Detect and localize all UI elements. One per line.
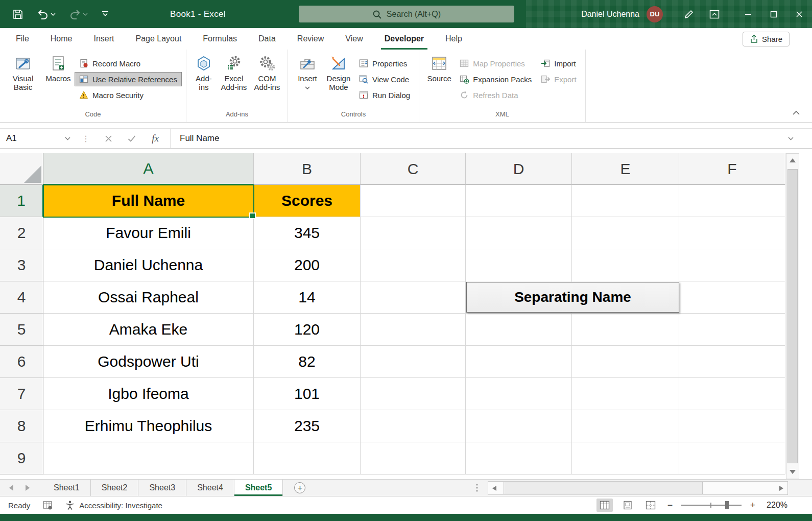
confirm-entry-button[interactable]: [120, 129, 144, 148]
formula-bar-resize-handle[interactable]: ⋮: [76, 134, 97, 144]
insert-control-button[interactable]: Insert: [292, 52, 323, 109]
scroll-down-button[interactable]: [786, 465, 799, 479]
cell[interactable]: [679, 346, 785, 378]
cell-B4[interactable]: 14: [254, 281, 361, 314]
properties-button[interactable]: Properties: [354, 56, 415, 70]
column-header-c[interactable]: C: [361, 153, 466, 185]
column-header-f[interactable]: F: [679, 153, 785, 185]
tab-data[interactable]: Data: [248, 28, 286, 50]
new-sheet-button[interactable]: +: [294, 482, 305, 493]
sheet-tab-sheet1[interactable]: Sheet1: [43, 480, 91, 496]
map-properties-button[interactable]: Map Properties: [455, 56, 536, 70]
chevron-down-icon[interactable]: [65, 137, 70, 140]
ribbon-display-options-button[interactable]: [702, 0, 727, 28]
page-layout-view-button[interactable]: [619, 499, 636, 512]
next-sheet-button[interactable]: [26, 485, 30, 491]
cell-B2[interactable]: 345: [254, 217, 361, 249]
horizontal-scroll-thumb[interactable]: [504, 482, 703, 494]
account-button[interactable]: Daniel Uchenna DU: [581, 6, 663, 22]
cell[interactable]: [466, 378, 572, 410]
scroll-right-button[interactable]: [775, 482, 787, 494]
cell[interactable]: [572, 410, 679, 442]
maximize-button[interactable]: [761, 0, 786, 28]
horizontal-scrollbar[interactable]: [488, 481, 788, 495]
cell[interactable]: [361, 442, 466, 475]
zoom-slider-thumb[interactable]: [725, 501, 729, 509]
zoom-level-label[interactable]: 220%: [764, 501, 787, 510]
export-button[interactable]: Export: [536, 72, 581, 86]
tab-developer[interactable]: Developer: [374, 28, 435, 50]
zoom-slider[interactable]: [681, 500, 742, 510]
cell[interactable]: [466, 442, 572, 475]
cell-A3[interactable]: Daniel Uchenna: [43, 249, 254, 281]
undo-button[interactable]: [37, 9, 56, 19]
user-avatar[interactable]: DU: [647, 6, 663, 22]
cell[interactable]: [572, 442, 679, 475]
customize-qat-button[interactable]: [102, 11, 109, 17]
cell-A7[interactable]: Igbo Ifeoma: [43, 378, 254, 410]
cell[interactable]: [361, 410, 466, 442]
cell[interactable]: [679, 442, 785, 475]
cell[interactable]: [572, 346, 679, 378]
use-relative-references-button[interactable]: Use Relative References: [75, 72, 182, 86]
cell[interactable]: [679, 217, 785, 249]
tab-scroll-splitter[interactable]: [476, 483, 478, 492]
macro-security-button[interactable]: Macro Security: [75, 88, 182, 102]
row-header-3[interactable]: 3: [0, 249, 43, 281]
cell[interactable]: [572, 314, 679, 346]
vertical-scroll-track[interactable]: [786, 167, 799, 465]
previous-sheet-button[interactable]: [9, 485, 13, 491]
vertical-scroll-thumb[interactable]: [787, 169, 798, 463]
visual-basic-button[interactable]: Visual Basic: [4, 52, 42, 109]
tab-insert[interactable]: Insert: [83, 28, 125, 50]
cell-B1[interactable]: Scores: [254, 185, 361, 217]
cell[interactable]: [679, 185, 785, 217]
row-header-2[interactable]: 2: [0, 217, 43, 249]
cell-A9[interactable]: [43, 442, 254, 475]
tab-formulas[interactable]: Formulas: [192, 28, 248, 50]
cell[interactable]: [466, 249, 572, 281]
cell-A6[interactable]: Godspower Uti: [43, 346, 254, 378]
tab-help[interactable]: Help: [435, 28, 473, 50]
row-header-9[interactable]: 9: [0, 442, 43, 475]
row-header-5[interactable]: 5: [0, 314, 43, 346]
cell-A8[interactable]: Erhimu Theophilus: [43, 410, 254, 442]
excel-add-ins-button[interactable]: Excel Add-ins: [217, 52, 251, 109]
row-header-8[interactable]: 8: [0, 410, 43, 442]
ink-pen-button[interactable]: [676, 0, 702, 28]
cell-A4[interactable]: Ossai Rapheal: [43, 281, 254, 314]
column-header-d[interactable]: D: [466, 153, 572, 185]
search-box[interactable]: Search (Alt+Q): [299, 6, 514, 22]
formula-input[interactable]: Full Name: [171, 133, 812, 144]
macros-button[interactable]: Macros: [42, 52, 75, 109]
row-header-4[interactable]: 4: [0, 281, 43, 314]
cell[interactable]: [679, 410, 785, 442]
import-button[interactable]: Import: [536, 56, 581, 70]
cell[interactable]: [679, 249, 785, 281]
cell-B8[interactable]: 235: [254, 410, 361, 442]
cell[interactable]: [466, 410, 572, 442]
cell-B9[interactable]: [254, 442, 361, 475]
row-header-1[interactable]: 1: [0, 185, 43, 217]
cell-B3[interactable]: 200: [254, 249, 361, 281]
cell[interactable]: [572, 185, 679, 217]
cell[interactable]: [361, 378, 466, 410]
insert-function-button[interactable]: fx: [144, 129, 167, 148]
select-all-corner[interactable]: [0, 153, 43, 185]
column-header-e[interactable]: E: [572, 153, 679, 185]
design-mode-button[interactable]: Design Mode: [323, 52, 354, 109]
view-code-button[interactable]: View Code: [354, 72, 415, 86]
cell-B7[interactable]: 101: [254, 378, 361, 410]
sheet-tab-sheet2[interactable]: Sheet2: [91, 480, 139, 496]
separating-name-button[interactable]: Separating Name: [466, 282, 679, 313]
cell[interactable]: [679, 314, 785, 346]
redo-button[interactable]: [69, 9, 88, 19]
minimize-button[interactable]: [735, 0, 761, 28]
record-macro-button[interactable]: Record Macro: [75, 56, 182, 70]
cell[interactable]: [466, 314, 572, 346]
scroll-left-button[interactable]: [488, 482, 500, 494]
com-add-ins-button[interactable]: COM Add-ins: [251, 52, 283, 109]
refresh-data-button[interactable]: Refresh Data: [455, 88, 536, 102]
cell-B6[interactable]: 82: [254, 346, 361, 378]
source-button[interactable]: Source: [423, 52, 455, 109]
